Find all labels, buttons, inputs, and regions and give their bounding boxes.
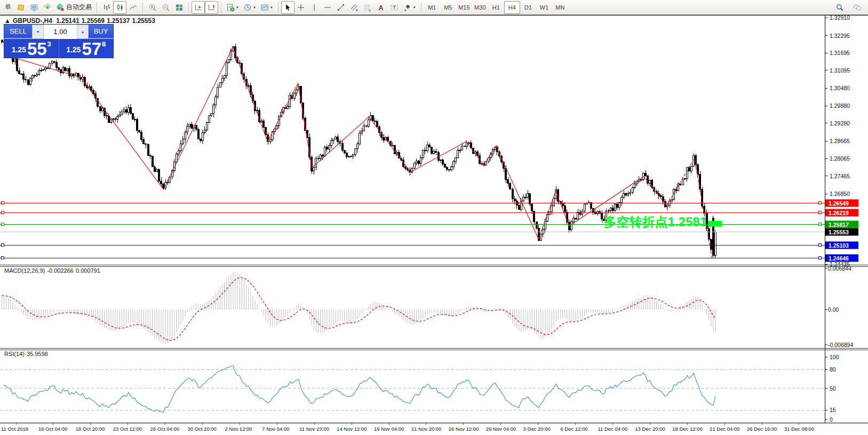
svg-text:1.29280: 1.29280 <box>830 120 850 126</box>
chart-shift-icon <box>208 3 216 12</box>
volume-decrease-button[interactable]: ▼ <box>32 25 44 39</box>
hline-1.25553[interactable]: 1.25553 <box>0 228 858 236</box>
timeframe-m1[interactable]: M1 <box>424 1 440 14</box>
toolbar-separator <box>421 2 421 13</box>
annotation-marker[interactable] <box>708 221 722 227</box>
svg-text:26 Nov 12:00: 26 Nov 12:00 <box>449 426 479 432</box>
note-icon <box>17 3 25 12</box>
timeframe-m5[interactable]: M5 <box>440 1 456 14</box>
autotrade-icon <box>56 3 65 12</box>
chat-button[interactable] <box>850 1 864 14</box>
trendline-button[interactable] <box>335 1 348 14</box>
timeframe-m30[interactable]: M30 <box>472 1 488 14</box>
horizontal-line-button[interactable] <box>321 1 335 14</box>
macd-name: MACD(12,26,9) <box>4 267 45 274</box>
tile-windows-button[interactable] <box>172 1 186 14</box>
macd-axis: 0.0068440.00-0.006894 <box>825 265 853 348</box>
autotrade-button[interactable]: 自动交易 <box>54 1 94 14</box>
main-macd-divider[interactable] <box>0 266 868 267</box>
zoom-in-icon <box>148 3 157 12</box>
chart-canvas[interactable]: 1.329101.322951.316951.310951.304801.298… <box>0 0 868 435</box>
auto-scroll-icon <box>194 3 203 12</box>
hline-icon <box>323 3 332 12</box>
volume-input[interactable] <box>44 25 77 39</box>
svg-text:1.29880: 1.29880 <box>830 102 850 109</box>
search-button[interactable] <box>833 1 846 14</box>
sell-button[interactable]: SELL <box>4 25 32 39</box>
time-axis: 11 Oct 201816 Oct 04:0018 Oct 20:0023 Oc… <box>1 423 814 432</box>
svg-text:16 Oct 04:00: 16 Oct 04:00 <box>38 426 67 432</box>
cursor-button[interactable] <box>281 1 294 14</box>
bar-chart-button[interactable] <box>100 1 113 14</box>
zoom-out-button[interactable] <box>159 1 172 14</box>
sell-price[interactable]: 1.25 55 3 <box>4 39 59 58</box>
rsi-label: RSI(14)35.9598 <box>4 351 50 357</box>
svg-text:1.26549: 1.26549 <box>829 200 849 207</box>
svg-text:1.24646: 1.24646 <box>829 255 849 262</box>
buy-button[interactable]: BUY <box>89 25 113 39</box>
zoom-in-button[interactable] <box>146 1 159 14</box>
hline-1.24646[interactable]: 1.24646 <box>0 255 858 262</box>
dropdown-caret-icon[interactable]: ▼ <box>236 6 239 9</box>
hline-1.26219[interactable]: 1.26219 <box>0 209 858 217</box>
indicators-button[interactable]: ▼ <box>224 1 241 14</box>
timeframe-w1[interactable]: W1 <box>536 1 552 14</box>
line-chart-button[interactable] <box>126 1 140 14</box>
candlestick-chart-button[interactable] <box>113 1 126 14</box>
rsi-levels <box>0 369 825 410</box>
main-macd-divider[interactable] <box>0 265 868 265</box>
chart-shift-button[interactable] <box>205 1 218 14</box>
periods-button[interactable]: ▼ <box>241 1 258 14</box>
rsi-value: 35.9598 <box>27 351 48 357</box>
svg-text:1.25103: 1.25103 <box>829 242 849 249</box>
timeframe-m15[interactable]: M15 <box>456 1 472 14</box>
svg-text:1.27465: 1.27465 <box>830 173 850 179</box>
svg-text:21 Nov 20:00: 21 Nov 20:00 <box>411 426 442 432</box>
volume-increase-button[interactable]: ▲ <box>77 25 89 39</box>
svg-text:1.31695: 1.31695 <box>830 50 850 56</box>
timeframe-mn[interactable]: MN <box>552 1 568 14</box>
buy-price[interactable]: 1.25 57 8 <box>59 39 114 58</box>
dropdown-caret-icon[interactable]: ▼ <box>413 6 416 9</box>
market-depth-button[interactable] <box>27 1 41 14</box>
svg-text:E: E <box>356 9 358 12</box>
signals-button[interactable] <box>41 1 54 14</box>
fibonacci-button[interactable]: F <box>361 1 375 14</box>
collapse-arrow-icon[interactable]: ▲ <box>4 17 11 25</box>
svg-text:1.32295: 1.32295 <box>830 33 850 39</box>
text-button[interactable]: A <box>375 1 388 14</box>
svg-text:1.26219: 1.26219 <box>829 210 849 216</box>
hline-1.25817[interactable]: 1.25817 <box>0 221 858 228</box>
svg-text:30 Oct 20:00: 30 Oct 20:00 <box>188 426 217 432</box>
svg-text:100: 100 <box>830 354 839 360</box>
macd-rsi-divider[interactable] <box>0 348 868 349</box>
timeframe-h1[interactable]: H1 <box>488 1 504 14</box>
shapes-button[interactable]: ▼ <box>401 1 418 14</box>
vertical-line-button[interactable] <box>308 1 321 14</box>
hline-1.26549[interactable]: 1.26549 <box>0 200 858 207</box>
label-button[interactable]: T <box>388 1 401 14</box>
new-order-button[interactable]: 单 <box>1 1 14 14</box>
dropdown-caret-icon[interactable]: ▼ <box>270 6 273 9</box>
cursor-icon <box>283 3 292 12</box>
toolbar-separator <box>97 2 97 13</box>
svg-text:0.006844: 0.006844 <box>828 265 851 272</box>
channel-button[interactable]: E <box>348 1 361 14</box>
auto-scroll-button[interactable] <box>192 1 205 14</box>
templates-button[interactable]: ▼ <box>258 1 275 14</box>
svg-text:29 Nov 04:00: 29 Nov 04:00 <box>486 426 516 432</box>
rsi-line <box>4 366 715 412</box>
turning-point-annotation[interactable]: 多空转折点1.2581 <box>604 215 707 229</box>
svg-text:7 Nov 04:00: 7 Nov 04:00 <box>262 426 289 432</box>
timeframe-d1[interactable]: D1 <box>520 1 536 14</box>
clock-icon <box>243 3 252 12</box>
timeframe-h4[interactable]: H4 <box>504 1 520 14</box>
chart-window-button[interactable] <box>14 1 27 14</box>
ohlc-high: 1.25569 <box>82 17 105 25</box>
crosshair-button[interactable] <box>294 1 308 14</box>
hline-1.25103[interactable]: 1.25103 <box>0 242 858 249</box>
ohlc-open: 1.25141 <box>56 17 79 25</box>
dropdown-caret-icon[interactable]: ▼ <box>253 6 256 9</box>
macd-rsi-divider[interactable] <box>0 350 868 350</box>
svg-text:11 Oct 2018: 11 Oct 2018 <box>1 426 28 432</box>
